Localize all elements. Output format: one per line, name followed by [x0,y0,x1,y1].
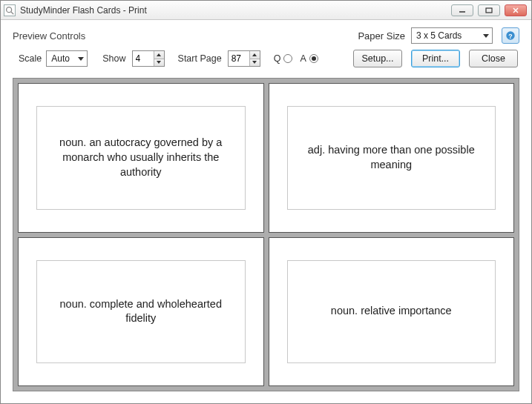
setup-button[interactable]: Setup... [353,50,402,67]
close-window-button[interactable] [505,4,527,16]
q-radio[interactable] [283,54,292,63]
start-page-up-button[interactable] [250,51,260,59]
action-buttons: Setup... Print... Close [353,50,519,67]
close-button[interactable]: Close [469,50,518,67]
card-text: noun. relative importance [287,260,496,364]
paper-size-value: 3 x 5 Cards [416,30,462,41]
scale-value: Auto [51,53,70,64]
preview-controls-label: Preview Controls [13,30,85,42]
preview-area: noun. an autocracy governed by a monarch… [13,78,519,391]
start-page-input[interactable] [229,51,249,66]
scale-label: Scale [19,53,42,64]
print-button[interactable]: Print... [411,50,460,67]
scale-group: Scale Auto [19,50,88,67]
card-text: adj. having more than one possible meani… [287,106,496,210]
card-page: noun. an autocracy governed by a monarch… [18,83,264,233]
start-page-label: Start Page [178,53,222,64]
start-page-down-button[interactable] [250,59,260,67]
print-dialog-window: StudyMinder Flash Cards - Print Preview … [0,0,532,404]
chevron-down-icon [78,57,84,61]
a-radio[interactable] [309,54,318,63]
qa-radio-group: Q A [274,53,318,64]
paper-size-label: Paper Size [358,30,405,42]
show-up-button[interactable] [154,51,164,59]
window-controls [451,4,527,16]
card-page: adj. having more than one possible meani… [269,83,515,233]
toolbar-row-bottom: Scale Auto Show Start Page [13,50,519,67]
show-label: Show [102,53,125,64]
minimize-button[interactable] [451,4,473,16]
window-title: StudyMinder Flash Cards - Print [20,5,451,16]
svg-point-0 [7,7,12,12]
show-input[interactable] [133,51,154,66]
a-label: A [300,53,306,64]
start-page-spinner[interactable] [228,50,260,67]
svg-rect-3 [486,8,492,13]
card-page: noun. relative importance [269,237,515,387]
show-down-button[interactable] [154,59,164,67]
chevron-down-icon [483,34,489,38]
toolbar-row-top: Preview Controls Paper Size 3 x 5 Cards … [13,27,519,44]
card-page: noun. complete and wholehearted fidelity [18,237,264,387]
paper-size-dropdown[interactable]: 3 x 5 Cards [411,27,493,44]
toolbar: Preview Controls Paper Size 3 x 5 Cards … [1,20,531,73]
svg-text:?: ? [508,33,512,40]
maximize-button[interactable] [478,4,500,16]
show-spinner[interactable] [132,50,165,67]
help-button[interactable]: ? [502,27,519,44]
q-label: Q [274,53,281,64]
card-text: noun. complete and wholehearted fidelity [36,260,246,364]
scale-dropdown[interactable]: Auto [46,50,88,67]
svg-line-1 [11,11,14,14]
app-icon [4,4,16,16]
card-text: noun. an autocracy governed by a monarch… [36,106,246,210]
titlebar: StudyMinder Flash Cards - Print [1,1,531,20]
